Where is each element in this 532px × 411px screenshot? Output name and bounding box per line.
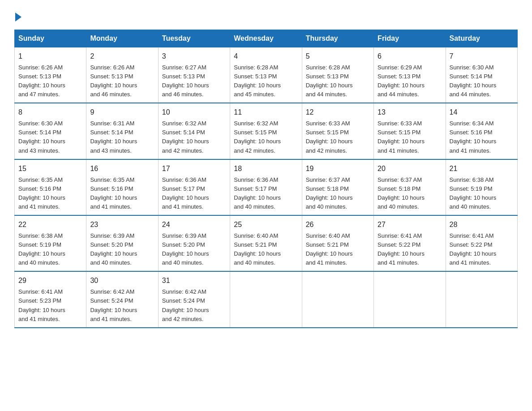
day-info: Sunrise: 6:39 AMSunset: 5:20 PMDaylight:…	[90, 231, 154, 268]
day-info: Sunrise: 6:35 AMSunset: 5:16 PMDaylight:…	[90, 176, 154, 212]
calendar-header-row: SundayMondayTuesdayWednesdayThursdayFrid…	[15, 30, 518, 47]
day-info: Sunrise: 6:41 AMSunset: 5:22 PMDaylight:…	[450, 231, 514, 268]
day-info: Sunrise: 6:42 AMSunset: 5:24 PMDaylight:…	[90, 287, 154, 324]
day-number: 27	[378, 219, 442, 231]
day-info: Sunrise: 6:41 AMSunset: 5:22 PMDaylight:…	[378, 231, 442, 268]
calendar-cell: 1Sunrise: 6:26 AMSunset: 5:13 PMDaylight…	[15, 47, 86, 103]
calendar-cell: 27Sunrise: 6:41 AMSunset: 5:22 PMDayligh…	[374, 215, 446, 271]
day-number: 5	[306, 51, 370, 62]
day-number: 20	[378, 163, 442, 175]
calendar-cell: 16Sunrise: 6:35 AMSunset: 5:16 PMDayligh…	[86, 159, 158, 215]
day-number: 2	[90, 51, 154, 62]
day-number: 26	[306, 219, 370, 231]
day-info: Sunrise: 6:30 AMSunset: 5:14 PMDaylight:…	[18, 119, 82, 155]
calendar-cell: 3Sunrise: 6:27 AMSunset: 5:13 PMDaylight…	[158, 47, 230, 103]
logo	[14, 11, 21, 21]
calendar-cell: 9Sunrise: 6:31 AMSunset: 5:14 PMDaylight…	[86, 103, 158, 159]
day-info: Sunrise: 6:31 AMSunset: 5:14 PMDaylight:…	[90, 119, 154, 155]
day-number: 16	[90, 163, 154, 175]
day-info: Sunrise: 6:29 AMSunset: 5:13 PMDaylight:…	[378, 63, 442, 99]
day-info: Sunrise: 6:30 AMSunset: 5:14 PMDaylight:…	[450, 63, 514, 99]
calendar-week-row: 29Sunrise: 6:41 AMSunset: 5:23 PMDayligh…	[15, 271, 518, 327]
calendar-cell: 21Sunrise: 6:38 AMSunset: 5:19 PMDayligh…	[446, 159, 517, 215]
calendar-cell: 31Sunrise: 6:42 AMSunset: 5:24 PMDayligh…	[158, 271, 230, 327]
calendar-cell: 20Sunrise: 6:37 AMSunset: 5:18 PMDayligh…	[374, 159, 446, 215]
calendar-cell: 18Sunrise: 6:36 AMSunset: 5:17 PMDayligh…	[230, 159, 302, 215]
logo-arrow-icon	[15, 13, 21, 21]
day-number: 11	[234, 107, 298, 118]
calendar-cell: 12Sunrise: 6:33 AMSunset: 5:15 PMDayligh…	[302, 103, 373, 159]
day-number: 28	[450, 219, 514, 231]
day-number: 18	[234, 163, 298, 175]
calendar-cell	[230, 271, 302, 327]
day-info: Sunrise: 6:28 AMSunset: 5:13 PMDaylight:…	[306, 63, 370, 99]
day-info: Sunrise: 6:37 AMSunset: 5:18 PMDaylight:…	[306, 176, 370, 212]
day-number: 13	[378, 107, 442, 118]
header-tuesday: Tuesday	[158, 30, 230, 47]
calendar-cell: 17Sunrise: 6:36 AMSunset: 5:17 PMDayligh…	[158, 159, 230, 215]
calendar-cell: 14Sunrise: 6:34 AMSunset: 5:16 PMDayligh…	[446, 103, 517, 159]
calendar-cell: 13Sunrise: 6:33 AMSunset: 5:15 PMDayligh…	[374, 103, 446, 159]
header-wednesday: Wednesday	[230, 30, 302, 47]
calendar-cell: 7Sunrise: 6:30 AMSunset: 5:14 PMDaylight…	[446, 47, 517, 103]
day-info: Sunrise: 6:34 AMSunset: 5:16 PMDaylight:…	[450, 119, 514, 155]
day-info: Sunrise: 6:40 AMSunset: 5:21 PMDaylight:…	[306, 231, 370, 268]
calendar-cell: 6Sunrise: 6:29 AMSunset: 5:13 PMDaylight…	[374, 47, 446, 103]
day-info: Sunrise: 6:26 AMSunset: 5:13 PMDaylight:…	[90, 63, 154, 99]
header-thursday: Thursday	[302, 30, 373, 47]
day-number: 4	[234, 51, 298, 62]
day-info: Sunrise: 6:36 AMSunset: 5:17 PMDaylight:…	[162, 176, 226, 212]
calendar-cell: 5Sunrise: 6:28 AMSunset: 5:13 PMDaylight…	[302, 47, 373, 103]
day-info: Sunrise: 6:26 AMSunset: 5:13 PMDaylight:…	[18, 63, 82, 99]
day-info: Sunrise: 6:27 AMSunset: 5:13 PMDaylight:…	[162, 63, 226, 99]
day-number: 12	[306, 107, 370, 118]
day-number: 9	[90, 107, 154, 118]
header-saturday: Saturday	[446, 30, 517, 47]
day-number: 8	[18, 107, 82, 118]
day-info: Sunrise: 6:42 AMSunset: 5:24 PMDaylight:…	[162, 287, 226, 324]
calendar-cell: 25Sunrise: 6:40 AMSunset: 5:21 PMDayligh…	[230, 215, 302, 271]
calendar-cell: 26Sunrise: 6:40 AMSunset: 5:21 PMDayligh…	[302, 215, 373, 271]
day-number: 10	[162, 107, 226, 118]
calendar-cell: 22Sunrise: 6:38 AMSunset: 5:19 PMDayligh…	[15, 215, 86, 271]
day-info: Sunrise: 6:40 AMSunset: 5:21 PMDaylight:…	[234, 231, 298, 268]
day-info: Sunrise: 6:35 AMSunset: 5:16 PMDaylight:…	[18, 176, 82, 212]
day-info: Sunrise: 6:37 AMSunset: 5:18 PMDaylight:…	[378, 176, 442, 212]
page-header	[14, 11, 518, 21]
calendar-cell	[374, 271, 446, 327]
calendar-cell: 23Sunrise: 6:39 AMSunset: 5:20 PMDayligh…	[86, 215, 158, 271]
day-number: 3	[162, 51, 226, 62]
day-info: Sunrise: 6:33 AMSunset: 5:15 PMDaylight:…	[306, 119, 370, 155]
day-number: 25	[234, 219, 298, 231]
calendar-cell	[446, 271, 517, 327]
day-number: 22	[18, 219, 82, 231]
header-friday: Friday	[374, 30, 446, 47]
calendar-week-row: 22Sunrise: 6:38 AMSunset: 5:19 PMDayligh…	[15, 215, 518, 271]
calendar-week-row: 1Sunrise: 6:26 AMSunset: 5:13 PMDaylight…	[15, 47, 518, 103]
day-number: 1	[18, 51, 82, 62]
calendar-cell: 4Sunrise: 6:28 AMSunset: 5:13 PMDaylight…	[230, 47, 302, 103]
day-number: 15	[18, 163, 82, 175]
day-number: 19	[306, 163, 370, 175]
day-number: 23	[90, 219, 154, 231]
day-info: Sunrise: 6:32 AMSunset: 5:14 PMDaylight:…	[162, 119, 226, 155]
day-number: 29	[18, 275, 82, 287]
day-number: 30	[90, 275, 154, 287]
calendar-cell	[302, 271, 373, 327]
calendar-cell: 29Sunrise: 6:41 AMSunset: 5:23 PMDayligh…	[15, 271, 86, 327]
day-info: Sunrise: 6:38 AMSunset: 5:19 PMDaylight:…	[18, 231, 82, 268]
calendar-table: SundayMondayTuesdayWednesdayThursdayFrid…	[14, 30, 518, 328]
calendar-cell: 2Sunrise: 6:26 AMSunset: 5:13 PMDaylight…	[86, 47, 158, 103]
day-number: 6	[378, 51, 442, 62]
calendar-week-row: 15Sunrise: 6:35 AMSunset: 5:16 PMDayligh…	[15, 159, 518, 215]
day-info: Sunrise: 6:41 AMSunset: 5:23 PMDaylight:…	[18, 287, 82, 324]
calendar-cell: 8Sunrise: 6:30 AMSunset: 5:14 PMDaylight…	[15, 103, 86, 159]
calendar-cell: 10Sunrise: 6:32 AMSunset: 5:14 PMDayligh…	[158, 103, 230, 159]
calendar-cell: 24Sunrise: 6:39 AMSunset: 5:20 PMDayligh…	[158, 215, 230, 271]
calendar-cell: 11Sunrise: 6:32 AMSunset: 5:15 PMDayligh…	[230, 103, 302, 159]
calendar-week-row: 8Sunrise: 6:30 AMSunset: 5:14 PMDaylight…	[15, 103, 518, 159]
calendar-cell: 15Sunrise: 6:35 AMSunset: 5:16 PMDayligh…	[15, 159, 86, 215]
day-number: 17	[162, 163, 226, 175]
day-info: Sunrise: 6:32 AMSunset: 5:15 PMDaylight:…	[234, 119, 298, 155]
calendar-cell: 19Sunrise: 6:37 AMSunset: 5:18 PMDayligh…	[302, 159, 373, 215]
